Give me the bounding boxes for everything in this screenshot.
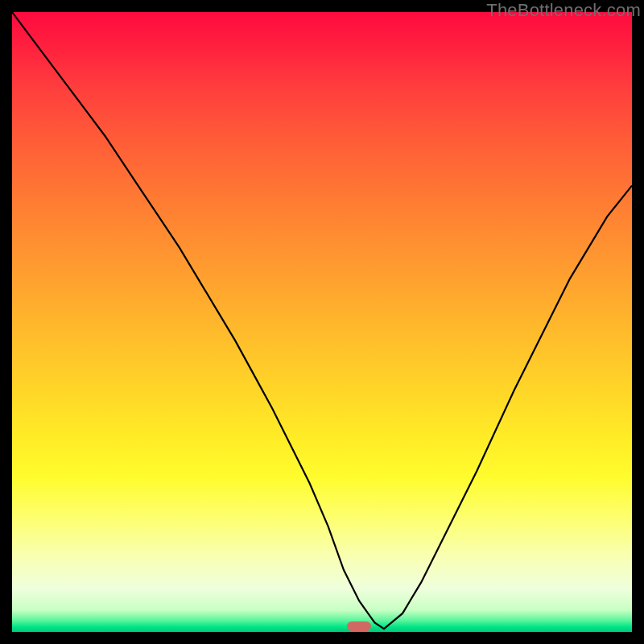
bottleneck-curve-path: [12, 12, 632, 629]
watermark-text: TheBottleneck.com: [486, 0, 641, 21]
plot-area: [12, 12, 632, 632]
minimum-marker: [347, 621, 371, 631]
chart-stage: TheBottleneck.com: [0, 0, 644, 644]
curve-svg: [12, 12, 632, 632]
